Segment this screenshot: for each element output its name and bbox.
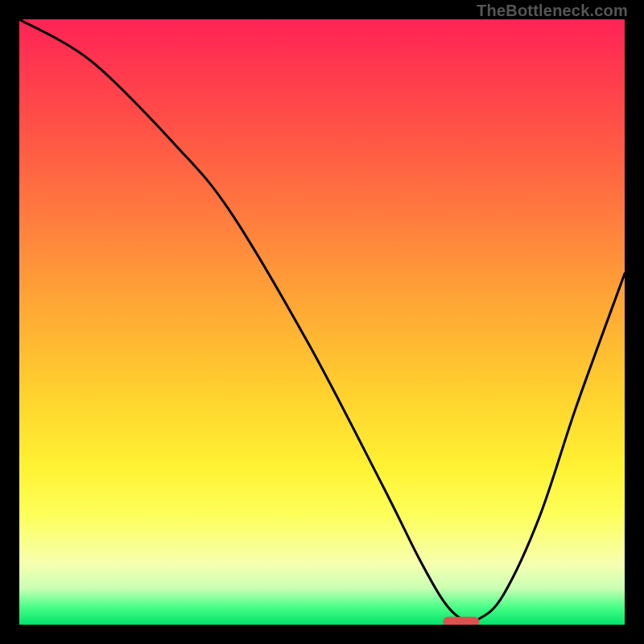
bottleneck-curve-svg — [19, 19, 625, 625]
optimal-marker — [443, 617, 479, 625]
watermark-text: TheBottleneck.com — [477, 2, 628, 20]
bottleneck-curve-path — [19, 19, 625, 621]
chart-frame: TheBottleneck.com — [0, 0, 644, 644]
